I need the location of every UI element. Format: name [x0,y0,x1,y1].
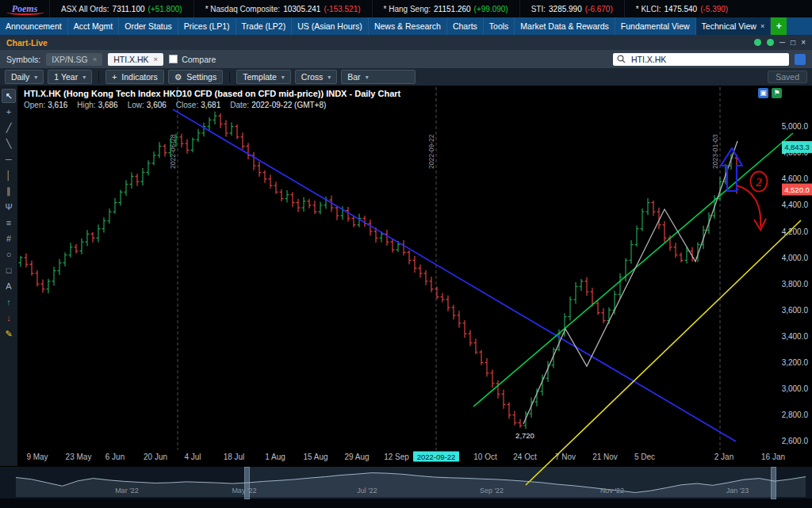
up-arrow-tool[interactable]: ↑ [2,295,16,309]
open-value: 3,616 [48,101,67,109]
menu-item-label: Technical View [702,17,756,35]
menu-item-charts[interactable]: Charts [447,17,484,35]
ticker-asx-all-ords: ASX All Ords:7311.100(+51.800) [49,0,193,17]
navigator-right-handle[interactable] [771,467,776,499]
compare-checkbox[interactable]: Compare [169,55,216,64]
menu-item-label: Charts [453,17,477,35]
menu-item-us-asian-hours[interactable]: US (Asian Hours) [292,17,369,35]
vertical-line-tool[interactable]: │ [2,168,16,182]
panel-title: Chart-Live [6,38,48,48]
menu-item-label: News & Research [374,17,441,35]
menu-item-label: Acct Mgmt [74,17,113,35]
ticker-sti: STI:3285.990(-6.670) [519,0,624,17]
index-value: 3285.990 [549,5,582,13]
symbol-search[interactable] [613,53,789,66]
toolbar-template-dropdown[interactable]: Template▾ [236,70,291,84]
toolbar-indicators-button[interactable]: +Indicators [105,70,164,84]
chevron-down-icon: ▾ [82,74,86,81]
flag-icon[interactable]: ⚑ [772,88,782,98]
symbols-bar: Symbols: IXP/N.SG × HTI.X.HK × Compare [0,50,812,68]
ticker-bar: Poems ASX All Ords:7311.100(+51.800)* Na… [0,0,812,17]
rectangle-tool[interactable]: □ [2,263,16,277]
trendline-tool[interactable]: ╱ [2,120,16,135]
toolbar-daily-dropdown[interactable]: Daily▾ [5,70,44,84]
chart-settings-icon[interactable] [795,54,806,65]
menu-item-market-data-rewards[interactable]: Market Data & Rewards [515,17,615,35]
menu-item-announcement[interactable]: Announcement [0,17,68,35]
toolbar-cross-dropdown[interactable]: Cross▾ [295,70,337,84]
popout-icon[interactable] [767,39,774,46]
saved-button[interactable]: Saved [768,71,807,83]
brush-tool[interactable]: ✎ [2,327,16,341]
menu-item-label: US (Asian Hours) [297,17,362,35]
chart-corner-icons: ▣ ⚑ [758,88,782,98]
symbols-label: Symbols: [6,55,40,64]
text-tool[interactable]: A [2,279,16,293]
button-prefix-icon: + [112,72,117,82]
chevron-down-icon: ▾ [282,74,285,81]
fibonacci-tool[interactable]: ≡ [2,216,16,230]
close-icon[interactable]: × [93,55,98,63]
bottom-strip [0,498,812,508]
menu-item-label: Order Status [124,17,172,35]
down-arrow-tool[interactable]: ↓ [2,311,16,325]
symbol-tab-ixp-n-sg[interactable]: IXP/N.SG × [46,53,102,66]
navigator-left-handle[interactable] [244,467,250,499]
close-icon[interactable]: × [154,55,159,63]
horizontal-line-tool[interactable]: ─ [2,152,16,166]
window-controls: ─ □ × [754,38,806,47]
menu-item-order-status[interactable]: Order Status [119,17,178,35]
toolbar-bar-dropdown[interactable]: Bar▾ [341,70,416,84]
pitchfork-tool[interactable]: Ψ [2,200,16,214]
toolbar-settings-button[interactable]: ⚙Settings [168,70,223,84]
chevron-down-icon: ▾ [366,74,369,81]
menu-item-trade-lp2[interactable]: Trade (LP2) [236,17,293,35]
chevron-down-icon: ▾ [327,74,331,81]
channel-tool[interactable]: ∥ [2,184,16,198]
index-change: (-153.521) [324,5,360,13]
date-value: 2022-09-22 (GMT+8) [251,101,326,109]
minimize-button[interactable]: ─ [779,38,785,47]
camera-icon[interactable]: ▣ [758,88,768,98]
menu-item-fundamental-view[interactable]: Fundamental View [615,17,696,35]
search-icon [617,55,626,63]
add-view-button[interactable]: + [771,17,787,35]
gann-tool[interactable]: # [2,231,16,246]
low-value: 3,606 [147,101,167,109]
close-value: 3,681 [201,101,220,109]
navigator-dim-left [0,467,244,499]
high-value: 3,686 [98,101,118,109]
menu-item-tools[interactable]: Tools [484,17,515,35]
maximize-button[interactable]: □ [791,38,795,47]
menu-item-label: Announcement [6,17,62,35]
chart-canvas[interactable] [17,86,812,466]
toolbar-1-year-dropdown[interactable]: 1 Year▾ [48,70,92,84]
ellipse-tool[interactable]: ○ [2,247,16,262]
ohlc-legend: Open:3,616 High:3,686 Low:3,606 Close:3,… [24,101,326,109]
toolbar-separator [98,71,99,82]
toolbar-separator [229,71,230,82]
menu-item-news-research[interactable]: News & Research [369,17,447,35]
search-input[interactable] [630,54,785,65]
chevron-down-icon: ▾ [34,74,37,81]
range-navigator[interactable] [0,466,812,498]
ray-tool[interactable]: ╲ [2,136,16,151]
button-label: Template [243,72,277,82]
close-button[interactable]: × [801,38,806,47]
symbol-tab-hti-x-hk[interactable]: HTI.X.HK × [108,53,163,66]
index-change: (+99.090) [474,5,508,13]
menu-item-prices-lp1[interactable]: Prices (LP1) [178,17,236,35]
popout-icon[interactable] [754,39,761,46]
menu-item-technical-view[interactable]: Technical View× [696,17,772,35]
poems-logo-text: Poems [12,3,38,14]
menu-item-acct-mgmt[interactable]: Acct Mgmt [68,17,120,35]
crosshair-tool[interactable]: + [2,105,16,119]
ticker-items: ASX All Ords:7311.100(+51.800)* Nasdaq C… [49,0,739,17]
index-change: (+51.800) [148,5,182,13]
chart-title: HTI.X.HK (Hong Kong Tech Index HKD10 CFD… [24,89,400,98]
index-name: * KLCI: [636,5,661,13]
cursor-tool[interactable]: ↖ [2,89,16,103]
checkbox-icon[interactable] [169,55,178,63]
poems-logo[interactable]: Poems [0,3,49,15]
close-icon[interactable]: × [760,17,764,35]
